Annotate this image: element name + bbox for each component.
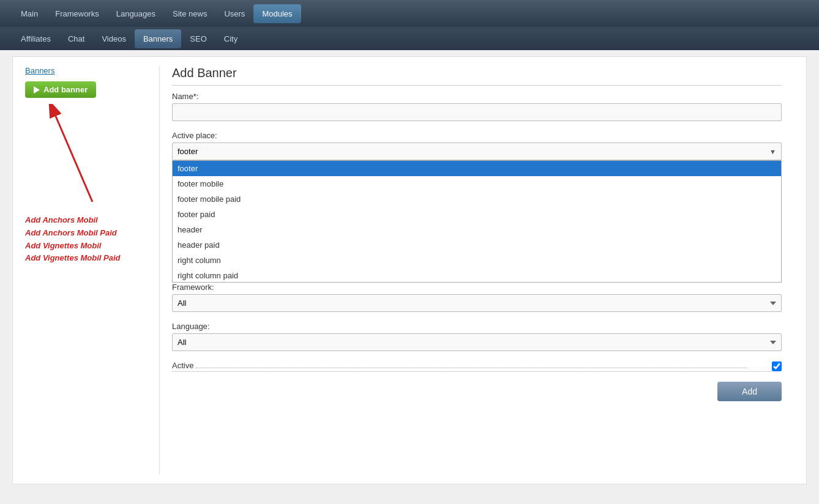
language-select[interactable]: All [172, 333, 782, 351]
dropdown-option-right-column[interactable]: right column [173, 253, 781, 268]
language-label: Language: [172, 322, 782, 331]
nav-main[interactable]: Main [12, 3, 47, 24]
dropdown-option-header[interactable]: header [173, 222, 781, 237]
subnav-city[interactable]: City [215, 29, 246, 48]
active-place-dropdown[interactable]: footer ▼ footer footer mobile footer mob… [172, 143, 782, 160]
active-row: Active [172, 361, 782, 372]
framework-label: Framework: [172, 283, 782, 292]
subnav-banners[interactable]: Banners [135, 29, 181, 48]
active-place-value: footer [178, 147, 198, 156]
framework-group: Framework: All [172, 283, 782, 312]
dropdown-arrow-icon: ▼ [769, 148, 776, 155]
nav-frameworks[interactable]: Frameworks [47, 3, 108, 24]
sub-navigation: Affiliates Chat Videos Banners SEO City [0, 27, 819, 50]
sidebar: Banners Add banner Add Anchors Mobil Add… [25, 66, 160, 475]
annotation-line-3: Add Vignettes Mobil [25, 240, 121, 253]
framework-select[interactable]: All [172, 294, 782, 312]
active-place-label: Active place: [172, 131, 782, 140]
nav-modules[interactable]: Modules [253, 4, 301, 23]
language-group: Language: All [172, 322, 782, 351]
top-navigation: Main Frameworks Languages Site news User… [0, 0, 819, 27]
subnav-affiliates[interactable]: Affiliates [12, 29, 59, 48]
play-icon [34, 86, 40, 94]
dropdown-option-footer-paid[interactable]: footer paid [173, 207, 781, 222]
page-wrapper: Banners Add banner Add Anchors Mobil Add… [12, 56, 807, 484]
annotation-line-4: Add Vignettes Mobil Paid [25, 252, 121, 265]
main-content: Add Banner Name*: Active place: footer ▼… [160, 66, 794, 475]
annotation-line-2: Add Anchors Mobil Paid [25, 227, 121, 240]
nav-sitenews[interactable]: Site news [164, 3, 215, 24]
subnav-chat[interactable]: Chat [59, 29, 93, 48]
nav-users[interactable]: Users [215, 3, 253, 24]
add-submit-button[interactable]: Add [717, 382, 782, 401]
active-place-list[interactable]: footer footer mobile footer mobile paid … [172, 160, 782, 283]
subnav-seo[interactable]: SEO [181, 29, 215, 48]
banners-breadcrumb[interactable]: Banners [25, 66, 150, 75]
page-title: Add Banner [172, 66, 782, 86]
active-place-group: Active place: footer ▼ footer footer mob… [172, 131, 782, 160]
name-input[interactable] [172, 103, 782, 121]
nav-languages[interactable]: Languages [108, 3, 164, 24]
dropdown-option-header-paid[interactable]: header paid [173, 237, 781, 253]
annotation-area: Add Anchors Mobil Add Anchors Mobil Paid… [25, 98, 150, 269]
active-place-display[interactable]: footer ▼ [172, 143, 782, 160]
dropdown-option-footer[interactable]: footer [173, 161, 781, 176]
dropdown-option-footer-mobile[interactable]: footer mobile [173, 176, 781, 191]
annotation-arrow [43, 104, 105, 214]
subnav-videos[interactable]: Videos [93, 29, 135, 48]
dropdown-option-footer-mobile-paid[interactable]: footer mobile paid [173, 191, 781, 207]
add-banner-button[interactable]: Add banner [25, 81, 96, 98]
name-label: Name*: [172, 92, 782, 101]
add-banner-label: Add banner [43, 85, 88, 94]
active-label: Active [172, 361, 772, 372]
dropdown-option-right-column-paid[interactable]: right column paid [173, 268, 781, 283]
annotation-line-1: Add Anchors Mobil [25, 214, 121, 227]
name-group: Name*: [172, 92, 782, 121]
active-checkbox[interactable] [772, 361, 782, 371]
svg-line-1 [56, 116, 92, 202]
annotation-labels: Add Anchors Mobil Add Anchors Mobil Paid… [25, 214, 121, 265]
